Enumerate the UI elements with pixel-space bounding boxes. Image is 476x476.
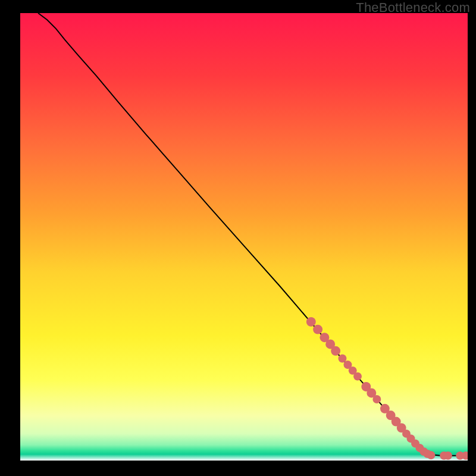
watermark-text: TheBottleneck.com — [356, 0, 470, 15]
chart-stage: TheBottleneck.com — [0, 0, 476, 476]
plot-area — [19, 12, 469, 462]
gradient-background — [20, 13, 468, 461]
